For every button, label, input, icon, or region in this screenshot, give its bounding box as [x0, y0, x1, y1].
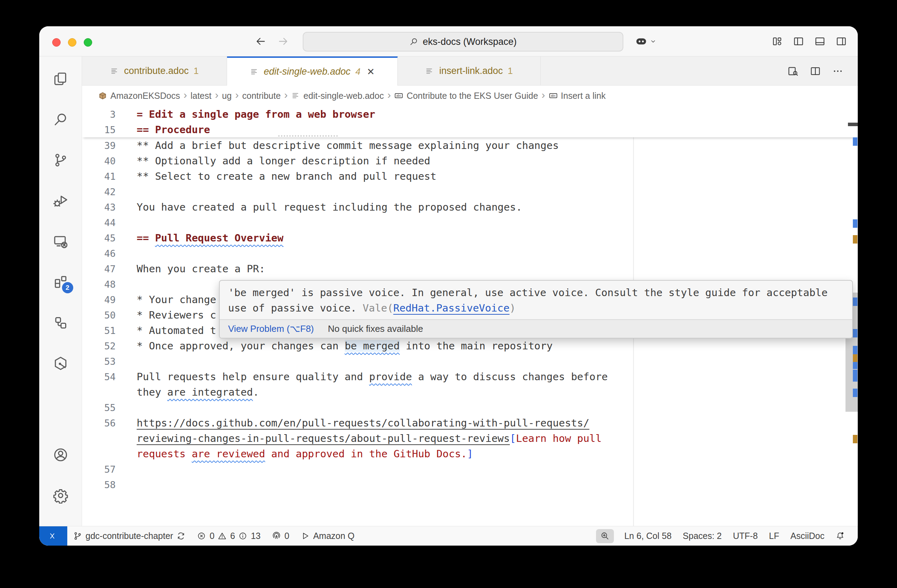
code-segment: they [137, 386, 167, 398]
code-line[interactable]: 57 [82, 461, 844, 477]
activity-item-application-composer[interactable] [51, 313, 70, 332]
command-center-search[interactable]: eks-docs (Workspace) [303, 32, 623, 52]
status-end-of-line[interactable]: LF [764, 526, 785, 546]
close-tab-icon[interactable]: ✕ [367, 66, 375, 77]
package-icon [98, 91, 107, 100]
status-forwarded-ports[interactable]: 0 [266, 526, 295, 546]
status-text: 0 [210, 531, 214, 541]
copilot-menu[interactable] [635, 26, 657, 56]
activity-item-amazon-q[interactable] [51, 354, 70, 373]
sticky-scroll: 3= Edit a single page from a web browser… [82, 106, 858, 137]
activity-item-run-and-debug[interactable] [51, 191, 70, 211]
line-number: 47 [82, 263, 116, 274]
code-segment: Learn how pull [516, 432, 602, 444]
code-text: requests are reviewed and approved in th… [116, 448, 473, 460]
vale-rule-link[interactable]: RedHat.PassiveVoice [393, 302, 510, 314]
activity-item-remote-explorer[interactable] [51, 232, 70, 251]
code-line[interactable]: 58 [82, 477, 844, 492]
breadcrumb-item-insert-a-link[interactable]: abcInsert a link [549, 91, 606, 101]
status-indentation[interactable]: Spaces: 2 [677, 526, 727, 546]
code-line[interactable]: 43You have created a pull request includ… [82, 199, 844, 215]
customize-layout-icon[interactable] [771, 35, 783, 47]
code-line[interactable]: they are integrated. [82, 384, 844, 400]
breadcrumb-item-contribute-to-the-eks-user-guide[interactable]: abcContribute to the EKS User Guide [394, 91, 538, 101]
toggle-secondary-sidebar-icon[interactable] [835, 35, 847, 47]
breadcrumb-label: AmazonEKSDocs [110, 91, 180, 101]
status-amazon-q[interactable]: Amazon Q [295, 526, 360, 546]
svg-text:abc: abc [396, 94, 401, 97]
code-line[interactable]: reviewing-changes-in-pull-requests/about… [82, 431, 844, 446]
breadcrumb-item-latest[interactable]: latest [191, 91, 212, 101]
more-actions-icon[interactable] [832, 65, 844, 77]
tab-edit-single-web.adoc[interactable]: edit-single-web.adoc4✕ [227, 57, 398, 86]
minimize-window-button[interactable] [68, 38, 77, 47]
status-encoding[interactable]: UTF-8 [727, 526, 764, 546]
status-cursor-position[interactable]: Ln 6, Col 58 [619, 526, 677, 546]
activity-item-extensions[interactable]: 2 [51, 272, 70, 292]
tab-contribute.adoc[interactable]: contribute.adoc1 [82, 57, 227, 86]
status-problems[interactable]: 0613 [191, 526, 266, 546]
code-line[interactable]: requests are reviewed and approved in th… [82, 446, 844, 461]
breadcrumb-item-contribute[interactable]: contribute [242, 91, 281, 101]
code-segment: are reviewed [192, 448, 265, 460]
code-line[interactable]: 52* Once approved, your changes can be m… [82, 338, 844, 354]
editor[interactable]: 39** Add a brief but descriptive commit … [82, 106, 858, 526]
tab-problem-badge: 4 [355, 66, 360, 77]
code-line[interactable]: 54Pull requests help ensure quality and … [82, 369, 844, 384]
toggle-primary-sidebar-icon[interactable] [793, 35, 805, 47]
tab-label: insert-link.adoc [439, 66, 503, 77]
close-window-button[interactable] [52, 38, 61, 47]
breadcrumb-item-amazoneksdocs[interactable]: AmazonEKSDocs [98, 91, 180, 101]
code-text: reviewing-changes-in-pull-requests/about… [116, 432, 602, 444]
code-line[interactable]: 56https://docs.github.com/en/pull-reques… [82, 415, 844, 431]
status-zoom-indicator[interactable] [596, 529, 614, 543]
tab-insert-link.adoc[interactable]: insert-link.adoc1 [398, 57, 541, 86]
activity-item-source-control[interactable] [51, 150, 70, 170]
toggle-panel-icon[interactable] [814, 35, 826, 47]
status-language-mode[interactable]: AsciiDoc [785, 526, 830, 546]
code-segment: * Reviewers c [137, 309, 216, 321]
code-segment: . [253, 386, 259, 398]
status-notifications[interactable] [830, 526, 851, 546]
line-number: 51 [82, 325, 116, 336]
code-line[interactable]: 40** Optionally add a longer description… [82, 153, 844, 168]
status-git-branch[interactable]: gdc-contribute-chapter [67, 526, 191, 546]
zoom-window-button[interactable] [84, 38, 92, 47]
file-icon [250, 67, 259, 77]
breadcrumb-item-ug[interactable]: ug [222, 91, 232, 101]
problem-hover-widget: 'be merged' is passive voice. In general… [219, 280, 853, 338]
code-line[interactable]: 41** Select to create a new branch and p… [82, 168, 844, 184]
code-line[interactable]: 39** Add a brief but descriptive commit … [82, 138, 844, 153]
status-remote-indicator[interactable] [39, 526, 67, 546]
code-segment: Pull Request Overview [155, 232, 283, 244]
activity-item-search[interactable] [51, 110, 70, 129]
code-line[interactable]: 42 [82, 184, 844, 199]
code-line[interactable]: 53 [82, 354, 844, 369]
activity-item-explorer[interactable] [51, 69, 70, 89]
view-problem-button[interactable]: View Problem (⌥F8) [228, 323, 314, 334]
status-text: 6 [230, 531, 235, 541]
breadcrumb-item-edit-single-web-adoc[interactable]: edit-single-web.adoc [291, 91, 384, 101]
open-preview-icon[interactable] [787, 65, 799, 77]
activity-item-settings[interactable] [51, 486, 70, 505]
code-segment: You have created a pull request includin… [137, 201, 522, 213]
breadcrumb-label: ug [222, 91, 232, 101]
code-line[interactable]: 3= Edit a single page from a web browser [82, 107, 858, 122]
code-segment: [ [510, 432, 516, 444]
overview-marker-warning [853, 435, 857, 443]
code-line[interactable]: 46 [82, 246, 844, 261]
code-line[interactable]: 45== Pull Request Overview [82, 230, 844, 246]
code-text: ** Add a brief but descriptive commit me… [116, 139, 559, 152]
split-editor-icon[interactable] [810, 65, 821, 77]
code-line[interactable]: 44 [82, 215, 844, 230]
status-text: AsciiDoc [790, 531, 825, 541]
code-text: ** Select to create a new branch and pul… [116, 170, 436, 182]
code-line[interactable]: 15== Procedure [82, 122, 858, 137]
code-line[interactable]: 47When you create a PR: [82, 261, 844, 277]
activity-item-accounts[interactable] [51, 445, 70, 465]
back-icon[interactable] [255, 35, 266, 47]
obscured-line-squiggle [278, 135, 338, 137]
code-text: * Automated t [116, 325, 216, 336]
code-segment: When you create a PR: [137, 263, 265, 275]
code-line[interactable]: 55 [82, 400, 844, 415]
